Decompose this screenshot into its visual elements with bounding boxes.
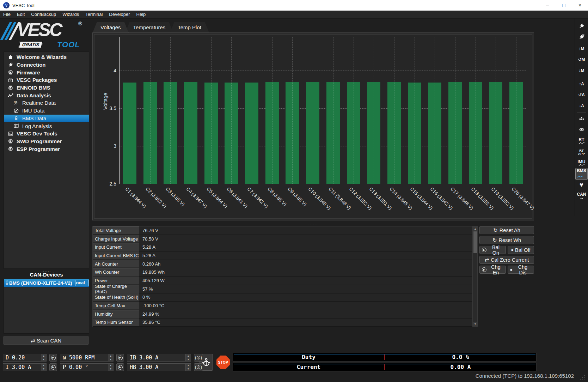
- toolbar-realtime-data[interactable]: RT: [576, 135, 588, 146]
- toolbar-favorites[interactable]: ♥: [576, 179, 588, 190]
- menu-item-terminal[interactable]: Terminal: [82, 11, 106, 18]
- resize-grip[interactable]: [580, 375, 586, 381]
- table-row: State of Health (SoH)0 %: [93, 293, 472, 302]
- toolbar-disconnect[interactable]: [576, 32, 588, 43]
- spin-down-arrow[interactable]: ▼: [186, 358, 191, 361]
- stop-square-icon: ■: [510, 268, 512, 272]
- toolbar-separator: [577, 112, 586, 113]
- sidebar-item-log-analysis[interactable]: Log Analysis: [4, 122, 89, 130]
- sidebar-item-ennoid-bms[interactable]: ENNOID BMS: [4, 84, 89, 92]
- spinbox-arrows[interactable]: ▲▼: [108, 364, 113, 371]
- spin-up-arrow[interactable]: ▲: [41, 354, 46, 358]
- stop-button[interactable]: STOP: [215, 354, 231, 371]
- control-spinbox[interactable]: IB 3.00 A▲▼: [127, 354, 191, 362]
- control-spinbox[interactable]: ω 5000 RPM▲▼: [60, 354, 114, 362]
- sidebar-item-connection[interactable]: Connection: [4, 61, 89, 69]
- spinbox-arrows[interactable]: ▲▼: [185, 364, 191, 371]
- close-button[interactable]: ×: [572, 0, 588, 11]
- sidebar-item-imu-data[interactable]: IMU Data: [4, 107, 89, 115]
- reset-wh-button[interactable]: ↻Reset Wh: [479, 236, 534, 244]
- sidebar-item-vesc-packages[interactable]: VESC Packages: [4, 76, 89, 84]
- control-spinbox[interactable]: D 0.20▲▼: [3, 354, 47, 362]
- toolbar-reread-motor-config[interactable]: ↺M: [576, 54, 588, 65]
- reset-ah-button[interactable]: ↻Reset Ah: [479, 226, 534, 234]
- toolbar-read-app-config[interactable]: ↓A: [576, 100, 588, 111]
- spin-up-arrow[interactable]: ▲: [41, 364, 46, 367]
- toolbar-gamepad-control[interactable]: [576, 125, 588, 135]
- control-spinbox[interactable]: I 3.00 A▲▼: [3, 363, 47, 371]
- sidebar-item-bms-data[interactable]: BMS Data: [4, 115, 89, 122]
- sidebar-item-realtime-data[interactable]: RTRealtime Data: [4, 99, 89, 107]
- cal-zero-current-button[interactable]: ⇄Cal Zero Current: [479, 256, 534, 264]
- chart-table-splitter[interactable]: ......: [92, 222, 534, 225]
- spin-down-arrow[interactable]: ▼: [41, 358, 46, 361]
- tab-voltages[interactable]: Voltages: [93, 22, 129, 32]
- spinbox-arrows[interactable]: ▲▼: [185, 354, 191, 361]
- menu-item-file[interactable]: File: [0, 11, 14, 18]
- run-control-button[interactable]: ▶: [116, 354, 124, 362]
- toolbar-can-forward[interactable]: CAN→: [576, 190, 588, 201]
- maximize-button[interactable]: □: [556, 0, 572, 11]
- sidebar-item-data-analysis[interactable]: Data Analysis: [4, 91, 89, 99]
- play-circle-icon: ▶: [482, 267, 486, 272]
- toolbar-keyboard-control[interactable]: [576, 114, 588, 125]
- spin-down-arrow[interactable]: ▼: [108, 358, 113, 361]
- toolbar-write-motor-config[interactable]: ↑M: [576, 43, 588, 54]
- refresh-icon: ↻: [493, 228, 498, 233]
- can-device-item[interactable]: BMS (ENNOID-XLITE-24-V2)Local: [4, 279, 89, 287]
- toolbar-imu-data[interactable]: IMU: [576, 157, 588, 168]
- minimize-button[interactable]: –: [539, 0, 556, 11]
- toolbar-read-motor-config[interactable]: ↓M: [576, 65, 588, 76]
- bms-stats-table: Total Voltage76.76 VCharge Input Voltage…: [92, 226, 473, 327]
- stop-sign-icon: STOP: [216, 356, 230, 369]
- toolbar-write-app-config[interactable]: ↑A: [576, 78, 588, 89]
- spin-up-arrow[interactable]: ▲: [186, 364, 191, 367]
- bal-on-button[interactable]: ▶Bal On: [479, 246, 506, 254]
- spin-down-arrow[interactable]: ▼: [108, 367, 113, 371]
- download-motor-icon: ↓M: [579, 68, 584, 73]
- menu-item-wizards[interactable]: Wizards: [59, 11, 82, 18]
- spin-down-arrow[interactable]: ▼: [186, 367, 191, 371]
- spinbox-arrows[interactable]: ▲▼: [108, 354, 113, 361]
- scroll-down-arrow[interactable]: ▼: [473, 322, 477, 326]
- sidebar-item-vesc-dev-tools[interactable]: VESC Dev Tools: [4, 130, 89, 138]
- toolbar-separator: [577, 77, 586, 77]
- sidebar-item-welcome-wizards[interactable]: Welcome & Wizards: [4, 53, 89, 61]
- toolbar-reread-app-config[interactable]: ↺A: [576, 89, 588, 100]
- menu-item-help[interactable]: Help: [133, 11, 149, 18]
- chg-dis-button[interactable]: ■Chg Dis: [508, 266, 534, 274]
- home-icon: [7, 54, 14, 60]
- toolbar-connect[interactable]: [576, 21, 588, 32]
- x-gridline: [130, 37, 130, 184]
- menu-item-edit[interactable]: Edit: [14, 11, 28, 18]
- menu-item-confbackup[interactable]: ConfBackup: [28, 11, 59, 18]
- control-spinbox[interactable]: P 0.00 °▲▼: [60, 363, 114, 371]
- tab-temp-plot[interactable]: Temp Plot: [170, 22, 209, 32]
- toolbar-realtime-app-data[interactable]: RTAPP: [576, 146, 588, 157]
- logo-tool: TOOL: [57, 40, 80, 49]
- spin-down-arrow[interactable]: ▼: [41, 367, 46, 371]
- handbrake-button[interactable]: (!): [194, 354, 203, 362]
- spin-up-arrow[interactable]: ▲: [108, 364, 113, 367]
- chg-en-button[interactable]: ▶Chg En: [479, 266, 506, 274]
- bal-off-button[interactable]: ■Bal Off: [508, 246, 534, 254]
- control-spinbox[interactable]: HB 3.00 A▲▼: [127, 363, 191, 371]
- toolbar-bms-data[interactable]: BMS: [576, 168, 588, 179]
- menu-item-developer[interactable]: Developer: [106, 11, 133, 18]
- scan-can-button[interactable]: ⇄ Scan CAN: [4, 336, 88, 345]
- run-control-button[interactable]: ▶: [49, 363, 57, 371]
- spinbox-arrows[interactable]: ▲▼: [41, 364, 46, 371]
- scroll-thumb[interactable]: [473, 231, 477, 253]
- sidebar-item-esp-programmer[interactable]: ESP Programmer: [4, 145, 89, 153]
- handbrake-button[interactable]: (!): [194, 363, 203, 371]
- run-control-button[interactable]: ▶: [49, 354, 57, 362]
- spin-up-arrow[interactable]: ▲: [108, 354, 113, 358]
- stats-scrollbar[interactable]: ▲ ▼: [473, 226, 478, 327]
- spinbox-arrows[interactable]: ▲▼: [41, 354, 46, 361]
- sidebar-item-swd-programmer[interactable]: SWD Programmer: [4, 138, 89, 145]
- scroll-up-arrow[interactable]: ▲: [473, 226, 477, 231]
- spin-up-arrow[interactable]: ▲: [186, 354, 191, 358]
- tab-temperatures[interactable]: Temperatures: [125, 22, 173, 32]
- run-control-button[interactable]: ▶: [116, 363, 124, 371]
- sidebar-item-firmware[interactable]: Firmware: [4, 68, 89, 76]
